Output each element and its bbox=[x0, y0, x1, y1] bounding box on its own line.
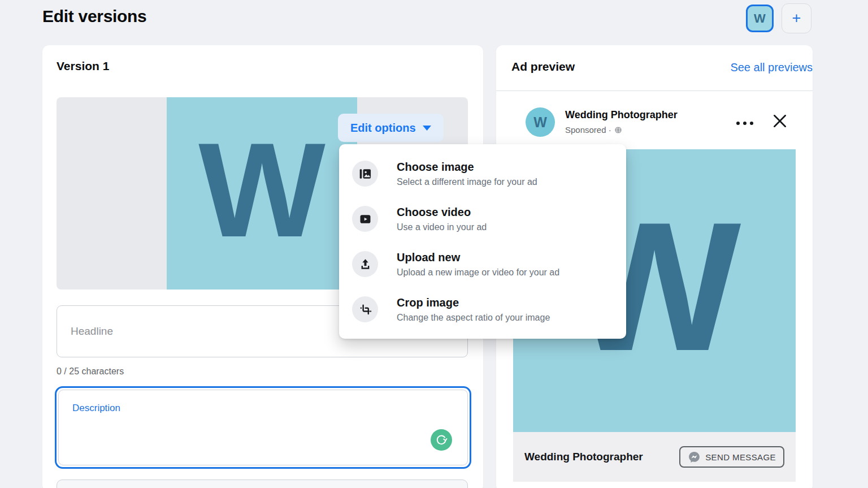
edit-options-menu: Choose image Select a different image fo… bbox=[339, 144, 626, 339]
menu-item-subtitle: Upload a new image or video for your ad bbox=[397, 267, 559, 278]
grammarly-icon bbox=[435, 433, 448, 447]
ad-footer-page-name: Wedding Photographer bbox=[524, 451, 643, 463]
description-field[interactable]: Description bbox=[55, 386, 471, 469]
version-media-image: W bbox=[167, 97, 357, 290]
menu-item-subtitle: Use a video in your ad bbox=[397, 222, 487, 232]
send-message-button[interactable]: SEND MESSAGE bbox=[679, 446, 784, 468]
headline-char-count: 0 / 25 characters bbox=[57, 366, 124, 377]
add-version-button[interactable]: + bbox=[782, 3, 811, 33]
menu-item-crop-image[interactable]: Crop image Change the aspect ratio of yo… bbox=[339, 287, 626, 332]
globe-icon bbox=[614, 126, 622, 134]
plus-icon: + bbox=[792, 10, 801, 27]
menu-item-title: Upload new bbox=[397, 251, 559, 264]
ad-footer: Wedding Photographer SEND MESSAGE bbox=[513, 432, 796, 482]
menu-item-title: Choose image bbox=[397, 161, 537, 174]
crop-icon bbox=[352, 296, 378, 322]
menu-item-subtitle: Change the aspect ratio of your image bbox=[397, 313, 550, 323]
description-field-inner: Description bbox=[58, 390, 468, 465]
primary-text-field[interactable] bbox=[57, 480, 468, 488]
version-tab-label: W bbox=[754, 11, 766, 26]
media-letter: W bbox=[198, 123, 326, 257]
version-thumbnail-tab[interactable]: W bbox=[746, 5, 774, 32]
ellipsis-icon bbox=[736, 122, 740, 125]
divider bbox=[496, 90, 813, 91]
choose-image-icon bbox=[352, 161, 378, 187]
sponsored-text: Sponsored · bbox=[565, 125, 611, 135]
chevron-down-icon bbox=[423, 126, 431, 131]
menu-item-subtitle: Select a different image for your ad bbox=[397, 177, 537, 187]
edit-options-button[interactable]: Edit options bbox=[338, 114, 444, 142]
upload-icon bbox=[352, 251, 378, 277]
menu-item-upload-new[interactable]: Upload new Upload a new image or video f… bbox=[339, 241, 626, 287]
messenger-icon bbox=[688, 451, 701, 464]
post-options-button[interactable] bbox=[736, 116, 759, 130]
see-all-previews-link[interactable]: See all previews bbox=[730, 61, 813, 74]
send-message-label: SEND MESSAGE bbox=[705, 452, 776, 462]
avatar: W bbox=[526, 107, 555, 137]
choose-video-icon bbox=[352, 206, 378, 232]
ad-preview-title: Ad preview bbox=[511, 60, 575, 74]
menu-item-choose-video[interactable]: Choose video Use a video in your ad bbox=[339, 196, 626, 241]
sponsored-label: Sponsored · bbox=[565, 125, 622, 135]
grammarly-button[interactable] bbox=[431, 429, 452, 451]
avatar-letter: W bbox=[533, 114, 547, 131]
close-preview-button[interactable] bbox=[770, 111, 790, 132]
description-input[interactable] bbox=[59, 390, 467, 465]
page-title: Edit versions bbox=[42, 7, 147, 26]
menu-item-title: Choose video bbox=[397, 206, 487, 219]
close-icon bbox=[771, 113, 788, 129]
menu-item-title: Crop image bbox=[397, 296, 550, 309]
edit-options-label: Edit options bbox=[350, 122, 416, 135]
version-title: Version 1 bbox=[57, 59, 109, 73]
ad-page-name: Wedding Photographer bbox=[565, 109, 678, 121]
menu-item-choose-image[interactable]: Choose image Select a different image fo… bbox=[339, 151, 626, 196]
